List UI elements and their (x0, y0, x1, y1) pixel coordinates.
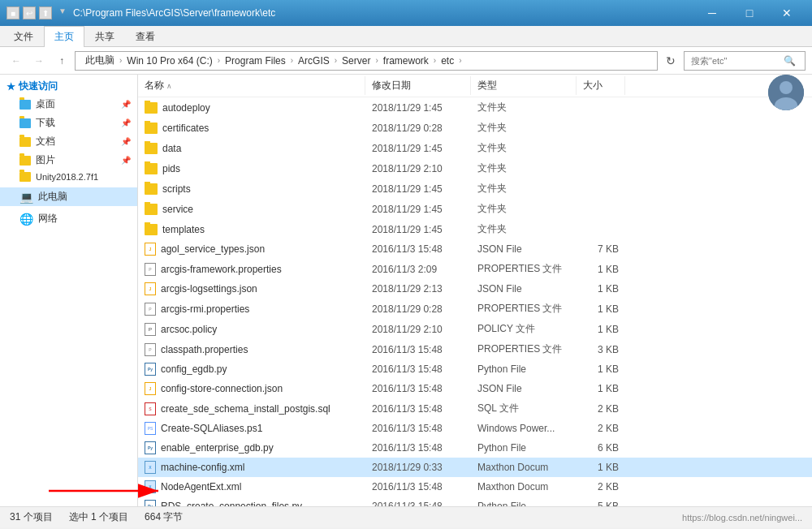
cell-name-12: P classpath.properties (138, 342, 365, 358)
file-row[interactable]: P arcgis-rmi.properties 2018/11/29 0:28 … (138, 299, 812, 319)
maximize-button[interactable]: □ (731, 0, 768, 26)
cell-name-0: autodeploy (138, 101, 365, 115)
file-row[interactable]: service 2018/11/29 1:45 文件夹 (138, 199, 812, 219)
quick-access-header[interactable]: ★ 快速访问 (0, 78, 137, 95)
path-arcgis[interactable]: ArcGIS (295, 54, 333, 67)
refresh-button[interactable]: ↻ (661, 51, 680, 71)
close-button[interactable]: ✕ (768, 0, 806, 26)
tab-view[interactable]: 查看 (125, 26, 166, 47)
tab-share[interactable]: 共享 (84, 26, 125, 47)
cell-size-12: 3 KB (577, 342, 625, 357)
col-header-size[interactable]: 大小 (577, 76, 625, 95)
sort-arrow-icon: ∧ (166, 82, 172, 90)
nav-up-button[interactable]: ↑ (52, 51, 71, 71)
minimize-button[interactable]: ─ (693, 0, 731, 26)
file-name-17: enable_enterprise_gdb.py (161, 442, 274, 454)
desktop-folder-icon (19, 100, 31, 110)
cell-size-3 (577, 167, 625, 170)
file-row[interactable]: certificates 2018/11/29 0:28 文件夹 (138, 118, 812, 138)
main-area: ★ 快速访问 桌面 📌 下载 📌 文档 📌 图片 📌 (0, 75, 812, 506)
path-thispc[interactable]: 此电脑 (82, 53, 118, 68)
cell-type-0: 文件夹 (471, 99, 577, 116)
path-programfiles[interactable]: Program Files (222, 54, 289, 67)
path-etc[interactable]: etc (438, 54, 457, 67)
sidebar-item-downloads[interactable]: 下载 📌 (0, 114, 137, 132)
col-name-label: 名称 (145, 80, 164, 91)
sidebar-item-desktop[interactable]: 桌面 📌 (0, 95, 137, 114)
thispc-label: 此电脑 (38, 190, 67, 204)
file-row[interactable]: PS Create-SQLAliases.ps1 2016/11/3 15:48… (138, 419, 812, 438)
cell-size-4 (577, 187, 625, 191)
thispc-section: 💻 此电脑 (0, 187, 137, 206)
network-icon: 🌐 (19, 213, 33, 226)
file-row[interactable]: scripts 2018/11/29 1:45 文件夹 (138, 178, 812, 199)
file-row[interactable]: S create_sde_schema_install_postgis.sql … (138, 398, 812, 419)
file-row[interactable]: X NodeAgentExt.xml 2016/11/3 15:48 Maxth… (138, 477, 812, 497)
file-row[interactable]: data 2018/11/29 1:45 文件夹 (138, 138, 812, 158)
watermark: https://blog.csdn.net/ningwei... (682, 513, 802, 523)
tab-file[interactable]: 文件 (3, 26, 44, 47)
file-row[interactable]: J arcgis-logsettings.json 2018/11/29 2:1… (138, 279, 812, 299)
file-row[interactable]: J config-store-connection.json 2016/11/3… (138, 379, 812, 398)
search-box[interactable]: 🔍 (684, 51, 806, 71)
cell-size-14: 1 KB (577, 381, 625, 396)
status-count: 31 个项目 (10, 510, 53, 524)
file-row[interactable]: P arcgis-framework.properties 2016/11/3 … (138, 259, 812, 279)
file-row[interactable]: Py enable_enterprise_gdb.py 2016/11/3 15… (138, 438, 812, 458)
file-name-6: templates (162, 224, 205, 235)
downloads-label: 下载 (36, 116, 55, 130)
col-header-name[interactable]: 名称 ∧ (138, 76, 365, 95)
py-icon: Py (145, 500, 156, 506)
cell-size-17: 6 KB (577, 441, 625, 455)
cell-name-2: data (138, 141, 365, 156)
file-row[interactable]: autodeploy 2018/11/29 1:45 文件夹 (138, 97, 812, 118)
search-input[interactable] (691, 56, 780, 66)
title-quick-icons[interactable]: ■ ↩ ⬆ ▼ (6, 6, 67, 19)
cell-type-1: 文件夹 (471, 119, 577, 136)
cell-size-20: 5 KB (577, 499, 625, 506)
file-row[interactable]: X machine-config.xml 2018/11/29 0:33 Max… (138, 458, 812, 477)
py-icon: Py (145, 441, 156, 454)
quick-back-icon[interactable]: ↩ (23, 6, 36, 19)
sidebar-item-pictures[interactable]: 图片 📌 (0, 151, 137, 170)
sidebar-item-unity[interactable]: Unity2018.2.7f1 (0, 170, 137, 184)
sidebar-item-thispc[interactable]: 💻 此电脑 (0, 187, 137, 206)
window-controls[interactable]: ─ □ ✕ (693, 0, 806, 26)
file-name-15: create_sde_schema_install_postgis.sql (161, 403, 330, 415)
file-name-13: config_egdb.py (161, 363, 227, 375)
col-header-date[interactable]: 修改日期 (365, 76, 471, 95)
nav-forward-button[interactable]: → (29, 51, 49, 71)
file-row[interactable]: P classpath.properties 2016/11/3 15:48 P… (138, 339, 812, 359)
cell-name-17: Py enable_enterprise_gdb.py (138, 440, 365, 456)
file-row[interactable]: P arcsoc.policy 2018/11/29 2:10 POLICY 文… (138, 319, 812, 339)
sidebar-item-documents[interactable]: 文档 📌 (0, 132, 137, 151)
cell-date-10: 2018/11/29 0:28 (365, 302, 471, 316)
address-path[interactable]: 此电脑 › Win 10 Pro x64 (C:) › Program File… (75, 51, 658, 71)
path-framework[interactable]: framework (380, 54, 432, 67)
col-type-label: 类型 (477, 80, 497, 91)
cell-date-12: 2016/11/3 15:48 (365, 342, 471, 357)
tab-home[interactable]: 主页 (44, 26, 84, 47)
file-row[interactable]: J agol_service_types.json 2016/11/3 15:4… (138, 239, 812, 259)
avatar-image (768, 75, 804, 110)
col-header-type[interactable]: 类型 (471, 76, 577, 95)
folder-icon (145, 143, 158, 154)
cell-date-2: 2018/11/29 1:45 (365, 141, 471, 156)
quick-up-icon[interactable]: ⬆ (39, 6, 52, 19)
cell-date-18: 2018/11/29 0:33 (365, 460, 471, 475)
nav-back-button[interactable]: ← (6, 51, 26, 71)
cell-name-11: P arcsoc.policy (138, 321, 365, 338)
sidebar-item-network[interactable]: 🌐 网络 (0, 209, 137, 228)
path-drive[interactable]: Win 10 Pro x64 (C:) (123, 54, 215, 67)
file-name-1: certificates (162, 123, 209, 134)
path-server[interactable]: Server (339, 54, 374, 67)
cell-size-18: 1 KB (577, 460, 625, 475)
file-row[interactable]: pids 2018/11/29 2:10 文件夹 (138, 158, 812, 178)
cell-type-8: PROPERTIES 文件 (471, 260, 577, 277)
file-row[interactable]: Py config_egdb.py 2016/11/3 15:48 Python… (138, 359, 812, 379)
file-row[interactable]: Py RDS_create_connection_files.py 2016/1… (138, 497, 812, 506)
cell-type-18: Maxthon Docum (471, 460, 577, 475)
file-row[interactable]: templates 2018/11/29 1:45 文件夹 (138, 219, 812, 239)
cell-name-7: J agol_service_types.json (138, 241, 365, 257)
quick-save-icon[interactable]: ■ (6, 6, 19, 19)
